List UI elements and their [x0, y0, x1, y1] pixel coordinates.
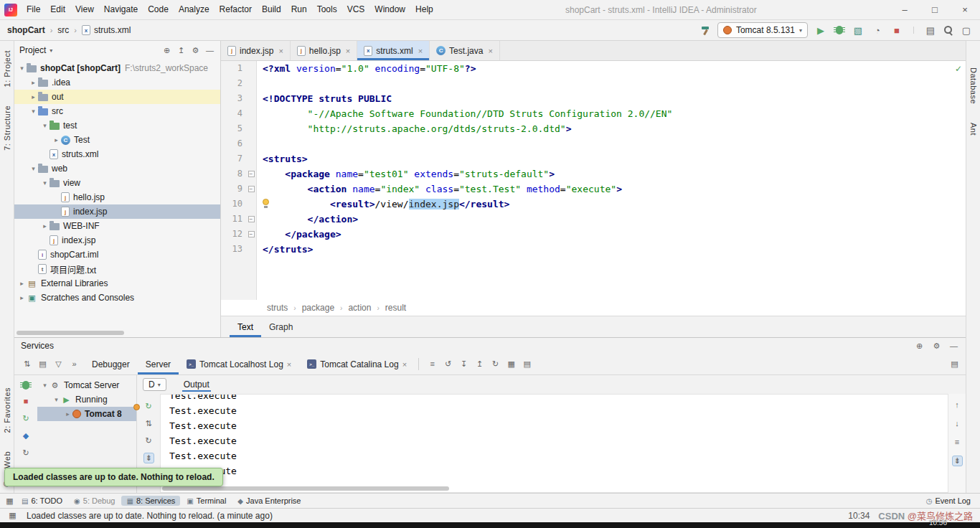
scroll-end-icon[interactable]: ⇟ [952, 456, 963, 466]
tree-item-项目问题-txt[interactable]: t项目问题.txt [14, 262, 220, 276]
fold-icon[interactable]: − [248, 186, 255, 192]
toolwindow-button-5-debug[interactable]: ◉5: Debug [69, 496, 120, 506]
coverage-button[interactable]: ▧ [852, 24, 864, 37]
menu-navigate[interactable]: Navigate [99, 0, 143, 19]
caret-position[interactable]: 10:34 [848, 511, 870, 521]
fold-icon[interactable]: − [248, 216, 255, 222]
tree-item-external-libraries[interactable]: ▸▤External Libraries [14, 276, 220, 291]
toolwindow-button-6-todo[interactable]: ▤6: TODO [17, 496, 67, 506]
tree-item-idea[interactable]: ▸.idea [14, 75, 220, 90]
project-structure-icon[interactable]: ▢ [960, 24, 973, 37]
breadcrumb-package[interactable]: package [302, 303, 334, 313]
rerun-output-button[interactable]: ↻ [143, 401, 154, 412]
breadcrumb-struts-xml[interactable]: xstruts.xml [82, 25, 131, 35]
run-button[interactable]: ▶ [814, 24, 827, 37]
menu-refactor[interactable]: Refactor [215, 0, 257, 19]
settings-button[interactable]: ⚙ [931, 341, 942, 352]
view-tab-graph[interactable]: Graph [261, 316, 301, 337]
status-message[interactable]: Loaded classes are up to date. Nothing t… [27, 511, 273, 521]
menu-view[interactable]: View [70, 0, 99, 19]
tree-item-src[interactable]: ▾src [14, 104, 220, 118]
scroll-down-icon[interactable]: ↓ [952, 418, 963, 429]
services-tab-debugger[interactable]: Debugger [84, 354, 138, 374]
soft-wrap-icon[interactable]: ≡ [427, 359, 438, 369]
stop-service-button[interactable]: ■ [21, 396, 32, 407]
tree-item-scratches-and-consoles[interactable]: ▸▣Scratches and Consoles [14, 291, 220, 305]
toolwindow-button-8-services[interactable]: ▦8: Services [121, 496, 180, 506]
tab-hello-jsp[interactable]: jhello.jsp× [291, 41, 357, 60]
refresh-icon[interactable]: ↻ [490, 359, 501, 369]
tree-item-shopcat-shopcart[interactable]: ▾shopCat [shopCart]F:\struts2_workSpace [14, 61, 220, 75]
layout-icon[interactable]: ▤ [924, 24, 937, 37]
tab-test-java[interactable]: CTest.java× [430, 41, 500, 60]
rollback-icon[interactable]: ↺ [443, 359, 453, 369]
locate-button[interactable]: ⊕ [161, 45, 172, 56]
fold-icon[interactable]: − [248, 231, 255, 237]
tool-button-ant[interactable]: Ant [969, 123, 978, 136]
editor-code[interactable]: ✓ 1<?xml version="1.0" encoding="UTF-8"?… [221, 61, 966, 300]
toolwindow-button-terminal[interactable]: ▣Terminal [182, 496, 231, 506]
tool-button-7-structure[interactable]: 7: Structure [3, 105, 11, 151]
restart-service-button[interactable]: ↻ [21, 413, 32, 424]
services-tab-server[interactable]: Server [138, 354, 179, 374]
tool-button-web[interactable]: Web [3, 451, 11, 468]
services-tab-tomcat-localhost-log[interactable]: >_Tomcat Localhost Log× [179, 354, 299, 374]
intention-bulb-icon[interactable] [263, 199, 269, 205]
chevron-down-icon[interactable]: ▾ [50, 47, 52, 54]
output-tab[interactable]: Output [182, 377, 211, 392]
download-icon[interactable]: ↧ [458, 359, 469, 369]
close-tab-icon[interactable]: × [402, 360, 407, 369]
event-log-button[interactable]: ◷ Event Log [921, 496, 976, 506]
menu-code[interactable]: Code [143, 0, 174, 19]
tree-item-test[interactable]: ▸CTest [14, 133, 220, 147]
tool-button-2-favorites[interactable]: 2: Favorites [3, 387, 11, 433]
close-button[interactable]: × [950, 0, 980, 19]
build-hammer-icon[interactable] [700, 25, 711, 36]
view-tab-text[interactable]: Text [230, 316, 261, 337]
tree-item-index-jsp[interactable]: jindex.jsp [14, 204, 220, 219]
hide-panel-button[interactable]: — [204, 45, 215, 56]
tree-item-test[interactable]: ▾test [14, 118, 220, 133]
horizontal-scrollbar[interactable] [162, 486, 449, 491]
services-tab-tomcat-catalina-log[interactable]: >_Tomcat Catalina Log× [299, 354, 415, 374]
expand-all-icon[interactable]: ⇅ [22, 359, 32, 369]
tree-item-tomcat-8[interactable]: ▸Tomcat 8 [37, 407, 136, 421]
locate-button[interactable]: ⊕ [914, 341, 925, 352]
close-tab-icon[interactable]: × [488, 47, 492, 55]
menu-edit[interactable]: Edit [45, 0, 70, 19]
clear-output-button[interactable]: ↻ [143, 435, 154, 446]
tree-item-shopcart-iml[interactable]: ishopCart.iml [14, 248, 220, 262]
tree-item-view[interactable]: ▾view [14, 176, 220, 190]
tree-item-running[interactable]: ▾▶Running [37, 392, 136, 407]
group-by-icon[interactable]: ▤ [37, 359, 48, 369]
toolwindow-button-java-enterprise[interactable]: ◆Java Enterprise [232, 496, 306, 506]
statusbar-grid-icon[interactable]: ▦ [7, 510, 18, 521]
debug-service-button[interactable] [22, 381, 29, 390]
collapse-all-button[interactable]: ↥ [176, 45, 187, 56]
fold-icon[interactable]: − [248, 171, 255, 177]
tab-index-jsp[interactable]: jindex.jsp× [221, 41, 291, 60]
scroll-up-icon[interactable]: ↑ [952, 400, 963, 410]
search-icon[interactable] [943, 25, 953, 35]
grid-view-icon[interactable]: ▦ [506, 359, 517, 369]
tree-item-index-jsp[interactable]: jindex.jsp [14, 233, 220, 248]
tree-item-web[interactable]: ▾web [14, 161, 220, 176]
run-config-select[interactable]: Tomcat 8.5.131 ▾ [717, 22, 808, 38]
breadcrumb-shopcart[interactable]: shopCart [7, 25, 45, 35]
upload-icon[interactable]: ↥ [474, 359, 485, 369]
tree-item-tomcat-server[interactable]: ▾⚙Tomcat Server [37, 378, 136, 392]
breadcrumb-action[interactable]: action [348, 303, 371, 313]
menu-window[interactable]: Window [369, 0, 410, 19]
tree-item-out[interactable]: ▸out [14, 90, 220, 104]
deployment-dropdown[interactable]: D ▾ [143, 378, 166, 391]
breadcrumb-src[interactable]: src [57, 25, 69, 35]
menu-file[interactable]: File [22, 0, 45, 19]
more-icon[interactable]: » [69, 359, 80, 369]
scroll-to-end-button[interactable]: ⇟ [143, 453, 154, 463]
hide-panel-button[interactable]: — [948, 341, 959, 352]
tab-struts-xml[interactable]: xstruts.xml× [357, 41, 430, 60]
deploy-button[interactable]: ◆ [21, 430, 32, 441]
output-console[interactable]: Test.executeTest.executeTest.executeTest… [160, 394, 948, 493]
stop-button[interactable]: ■ [890, 24, 903, 37]
settings-button[interactable]: ⚙ [190, 45, 201, 56]
